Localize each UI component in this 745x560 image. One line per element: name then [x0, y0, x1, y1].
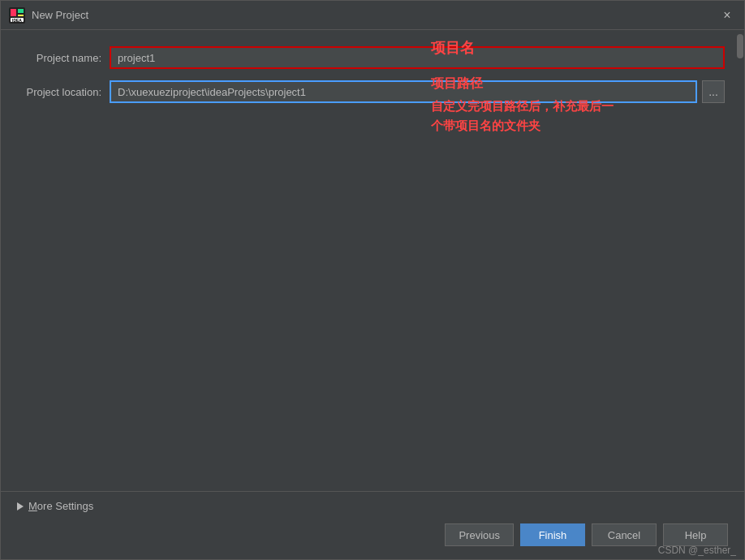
project-location-row: Project location: ...: [20, 80, 725, 103]
project-name-label: Project name:: [20, 52, 110, 64]
project-location-input-wrap: ...: [110, 80, 725, 103]
help-button[interactable]: Help: [663, 523, 728, 546]
svg-rect-1: [11, 9, 16, 16]
project-name-input[interactable]: [110, 46, 725, 69]
svg-rect-2: [18, 9, 24, 13]
project-name-input-wrap: [110, 46, 725, 69]
project-location-input[interactable]: [110, 80, 697, 103]
svg-rect-3: [18, 15, 24, 16]
project-location-label: Project location:: [20, 86, 110, 98]
title-bar: IDEA New Project ×: [1, 1, 744, 30]
browse-button[interactable]: ...: [702, 80, 725, 103]
new-project-dialog: IDEA New Project × Project name: Project…: [0, 0, 745, 560]
buttons-row: Previous Finish Cancel Help: [17, 519, 728, 551]
dialog-bottom: More Settings Previous Finish Cancel Hel…: [1, 491, 744, 559]
previous-button[interactable]: Previous: [445, 523, 514, 546]
finish-button[interactable]: Finish: [520, 523, 585, 546]
dialog-title: New Project: [32, 9, 88, 21]
cancel-button[interactable]: Cancel: [592, 523, 657, 546]
title-bar-left: IDEA New Project: [9, 7, 88, 24]
close-button[interactable]: ×: [718, 6, 736, 24]
project-name-row: Project name:: [20, 46, 725, 69]
more-settings-label: More Settings: [28, 500, 93, 512]
scrollbar-track: [736, 30, 744, 486]
intellij-logo-icon: IDEA: [9, 7, 25, 24]
dialog-body: Project name: Project location: ... 项目名 …: [1, 30, 744, 491]
scrollbar-thumb[interactable]: [737, 34, 743, 58]
more-settings-expand-icon: [17, 502, 24, 510]
annotation-container: 项目名 项目路径 自定义完项目路径后，补充最后一个带项目名的文件夹: [1, 46, 744, 507]
more-settings-row[interactable]: More Settings: [17, 500, 728, 512]
svg-text:IDEA: IDEA: [12, 18, 22, 23]
